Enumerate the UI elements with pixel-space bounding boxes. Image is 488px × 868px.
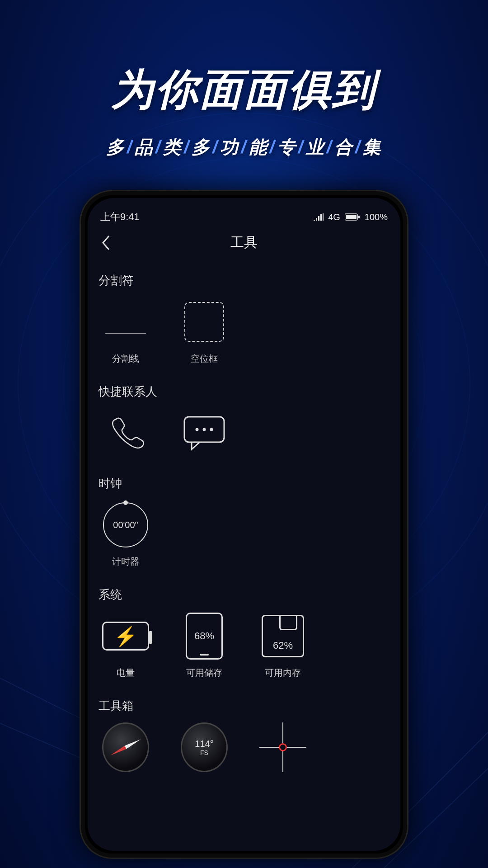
crosshair-icon xyxy=(259,724,306,771)
status-network: 4G xyxy=(328,212,340,222)
storage-icon: 68% xyxy=(181,613,228,660)
hero-subtitle: 多/品/类/多/功/能/专/业/合/集 xyxy=(0,135,488,160)
tool-caption: 计时器 xyxy=(112,556,139,568)
phone-mockup: 上午9:41 4G 100% 工具 分割符 xyxy=(80,190,408,859)
svg-point-13 xyxy=(210,428,213,431)
memory-icon: 62% xyxy=(259,613,306,660)
heading-sub: FS xyxy=(200,749,208,756)
tool-heading[interactable]: 114° FS xyxy=(177,724,231,771)
section-clock: 时钟 00'00" 计时器 xyxy=(88,464,400,575)
chevron-left-icon xyxy=(101,235,110,250)
section-label: 快捷联系人 xyxy=(99,384,389,400)
section-label: 系统 xyxy=(99,587,389,603)
section-label: 分割符 xyxy=(99,273,389,288)
svg-point-11 xyxy=(196,428,199,431)
phone-icon xyxy=(102,410,149,457)
storage-value: 68% xyxy=(194,630,214,642)
tool-placeholder-box[interactable]: 空位框 xyxy=(177,298,231,365)
svg-rect-8 xyxy=(346,215,357,219)
section-system: 系统 ⚡ 电量 68% 可用储存 xyxy=(88,575,400,686)
bolt-icon: ⚡ xyxy=(114,625,137,647)
message-icon xyxy=(181,410,228,457)
hero-title: 为你面面俱到 xyxy=(0,61,488,118)
battery-icon: ⚡ xyxy=(102,613,149,660)
svg-rect-9 xyxy=(358,216,360,218)
svg-point-12 xyxy=(203,428,206,431)
section-label: 工具箱 xyxy=(99,698,389,714)
status-bar: 上午9:41 4G 100% xyxy=(88,206,400,228)
battery-status-icon xyxy=(345,213,360,221)
tool-caption: 空位框 xyxy=(191,353,218,365)
signal-icon xyxy=(314,213,324,221)
tool-phone[interactable] xyxy=(99,410,153,457)
section-label: 时钟 xyxy=(99,476,389,491)
tool-timer[interactable]: 00'00" 计时器 xyxy=(99,501,153,568)
tool-memory[interactable]: 62% 可用内存 xyxy=(256,613,310,679)
status-time: 上午9:41 xyxy=(100,210,140,224)
app-header: 工具 xyxy=(88,228,400,261)
phone-screen: 上午9:41 4G 100% 工具 分割符 xyxy=(88,198,400,851)
back-button[interactable] xyxy=(97,234,115,252)
tool-caption: 可用储存 xyxy=(186,667,222,679)
heading-value: 114° xyxy=(195,739,213,749)
stopwatch-icon: 00'00" xyxy=(102,501,149,548)
section-toolbox: 工具箱 114° FS xyxy=(88,686,400,778)
tool-divider-line[interactable]: 分割线 xyxy=(99,298,153,365)
placeholder-box-icon xyxy=(181,298,228,345)
section-separator: 分割符 分割线 空位框 xyxy=(88,261,400,372)
compass-icon xyxy=(102,724,149,771)
tool-caption: 分割线 xyxy=(112,353,139,365)
tool-caption: 电量 xyxy=(117,667,135,679)
tool-crosshair[interactable] xyxy=(256,724,310,771)
tool-compass[interactable] xyxy=(99,724,153,771)
tool-battery[interactable]: ⚡ 电量 xyxy=(99,613,153,679)
memory-value: 62% xyxy=(273,640,293,651)
timer-value: 00'00" xyxy=(113,520,138,530)
tool-caption: 可用内存 xyxy=(265,667,301,679)
tool-storage[interactable]: 68% 可用储存 xyxy=(177,613,231,679)
heading-gauge-icon: 114° FS xyxy=(181,724,228,771)
page-title: 工具 xyxy=(115,233,373,252)
divider-line-icon xyxy=(102,298,149,345)
tool-message[interactable] xyxy=(177,410,231,457)
status-battery: 100% xyxy=(365,212,388,222)
section-contacts: 快捷联系人 xyxy=(88,372,400,464)
